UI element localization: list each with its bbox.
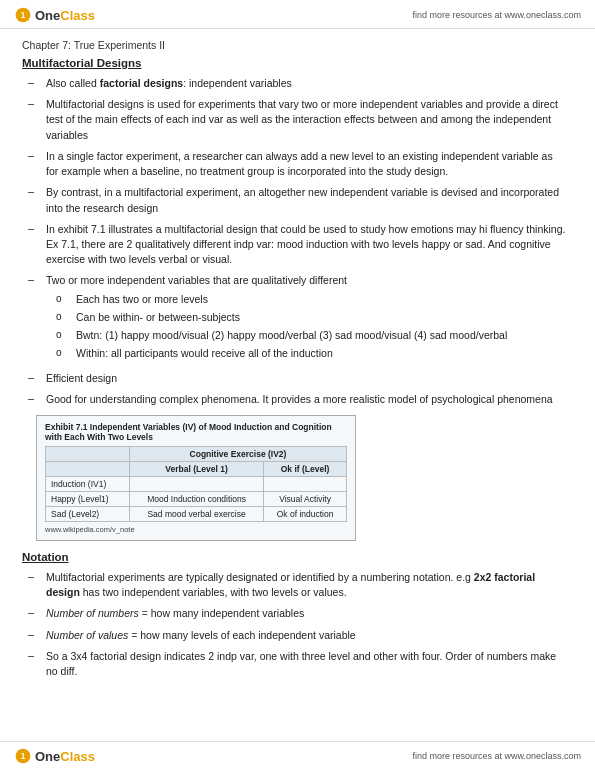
bullet-text: In a single factor experiment, a researc… xyxy=(46,149,567,179)
table-cell xyxy=(129,476,263,491)
table-cell: Mood Induction conditions xyxy=(129,491,263,506)
table-row: Sad (Level2) Sad mood verbal exercise Ok… xyxy=(46,506,347,521)
bullet-text: So a 3x4 factorial design indicates 2 in… xyxy=(46,649,567,679)
bullet-text: Also called factorial designs: independe… xyxy=(46,76,292,91)
logo-icon: 1 xyxy=(14,6,32,24)
list-item: – So a 3x4 factorial design indicates 2 … xyxy=(22,649,567,679)
list-item: – Multifactorial experiments are typical… xyxy=(22,570,567,600)
chapter-title: Chapter 7: True Experiments II xyxy=(22,39,567,51)
header-tagline: find more resources at www.oneclass.com xyxy=(412,10,581,20)
sub-bullet-text: Within: all participants would receive a… xyxy=(76,346,333,361)
sub-bullet-text: Can be within- or between-subjects xyxy=(76,310,240,325)
sub-bullet-text: Bwtn: (1) happy mood/visual (2) happy mo… xyxy=(76,328,507,343)
list-item: – Multifactorial designs is used for exp… xyxy=(22,97,567,143)
list-item: o Each has two or more levels xyxy=(56,292,507,307)
bullet-text: Good for understanding complex phenomena… xyxy=(46,392,553,407)
section2: Notation – Multifactorial experiments ar… xyxy=(22,551,567,679)
bullet-text: Number of values = how many levels of ea… xyxy=(46,628,356,643)
dash-icon: – xyxy=(28,273,42,285)
table-cell: Sad mood verbal exercise xyxy=(129,506,263,521)
list-item: – Also called factorial designs: indepen… xyxy=(22,76,567,91)
circle-icon: o xyxy=(56,329,72,340)
bullet-text: Efficient design xyxy=(46,371,117,386)
list-item: – In exhibit 7.1 illustrates a multifact… xyxy=(22,222,567,268)
bullet-text: In exhibit 7.1 illustrates a multifactor… xyxy=(46,222,567,268)
table-col-verbal: Verbal (Level 1) xyxy=(129,461,263,476)
table-col-label xyxy=(46,461,130,476)
table-row: Happy (Level1) Mood Induction conditions… xyxy=(46,491,347,506)
list-item: o Can be within- or between-subjects xyxy=(56,310,507,325)
list-item: – Efficient design xyxy=(22,371,567,386)
bullet-text: By contrast, in a multifactorial experim… xyxy=(46,185,567,215)
exhibit-title: Exhibit 7.1 Independent Variables (IV) o… xyxy=(45,422,347,442)
sub-bullet-list: o Each has two or more levels o Can be w… xyxy=(56,292,507,362)
table-cell: Sad (Level2) xyxy=(46,506,130,521)
footer-logo-text: OneClass xyxy=(35,749,95,764)
table-cell xyxy=(264,476,347,491)
bullet-text: Number of numbers = how many independent… xyxy=(46,606,304,621)
dash-icon: – xyxy=(28,97,42,109)
list-item: o Bwtn: (1) happy mood/visual (2) happy … xyxy=(56,328,507,343)
table-cell: Induction (IV1) xyxy=(46,476,130,491)
page-footer: 1 OneClass find more resources at www.on… xyxy=(0,741,595,770)
table-cell: Ok of induction xyxy=(264,506,347,521)
dash-icon: – xyxy=(28,628,42,640)
table-col-other: Ok if (Level) xyxy=(264,461,347,476)
table-header-cognitive: Cognitive Exercise (IV2) xyxy=(129,446,346,461)
list-item: – In a single factor experiment, a resea… xyxy=(22,149,567,179)
list-item: o Within: all participants would receive… xyxy=(56,346,507,361)
sub-bullet-text: Each has two or more levels xyxy=(76,292,208,307)
list-item: – By contrast, in a multifactorial exper… xyxy=(22,185,567,215)
dash-icon: – xyxy=(28,392,42,404)
section2-title: Notation xyxy=(22,551,567,563)
dash-icon: – xyxy=(28,570,42,582)
page-content: Chapter 7: True Experiments II Multifact… xyxy=(0,29,595,695)
dash-icon: – xyxy=(28,149,42,161)
bullet-text: Two or more independent variables that a… xyxy=(46,274,347,286)
list-item: – Number of values = how many levels of … xyxy=(22,628,567,643)
bullet-text: Multifactorial designs is used for exper… xyxy=(46,97,567,143)
footer-logo: 1 OneClass xyxy=(14,747,95,765)
table-header-blank xyxy=(46,446,130,461)
dash-icon: – xyxy=(28,649,42,661)
table-cell: Happy (Level1) xyxy=(46,491,130,506)
exhibit-note: www.wikipedia.com/v_note xyxy=(45,525,347,534)
bullet-text: Multifactorial experiments are typically… xyxy=(46,570,567,600)
dash-icon: – xyxy=(28,371,42,383)
svg-text:1: 1 xyxy=(21,11,26,20)
dash-icon: – xyxy=(28,185,42,197)
list-item: – Number of numbers = how many independe… xyxy=(22,606,567,621)
exhibit-table-container: Exhibit 7.1 Independent Variables (IV) o… xyxy=(36,415,356,541)
logo: 1 OneClass xyxy=(14,6,95,24)
footer-logo-icon: 1 xyxy=(14,747,32,765)
logo-text: OneClass xyxy=(35,8,95,23)
circle-icon: o xyxy=(56,347,72,358)
svg-text:1: 1 xyxy=(21,752,26,761)
dash-icon: – xyxy=(28,606,42,618)
circle-icon: o xyxy=(56,311,72,322)
list-item: – Two or more independent variables that… xyxy=(22,273,567,364)
dash-icon: – xyxy=(28,222,42,234)
list-item: – Good for understanding complex phenome… xyxy=(22,392,567,407)
circle-icon: o xyxy=(56,293,72,304)
page-header: 1 OneClass find more resources at www.on… xyxy=(0,0,595,29)
dash-icon: – xyxy=(28,76,42,88)
footer-tagline: find more resources at www.oneclass.com xyxy=(412,751,581,761)
section1-title: Multifactorial Designs xyxy=(22,57,567,69)
exhibit-table: Cognitive Exercise (IV2) Verbal (Level 1… xyxy=(45,446,347,522)
table-row: Induction (IV1) xyxy=(46,476,347,491)
table-cell: Visual Activity xyxy=(264,491,347,506)
